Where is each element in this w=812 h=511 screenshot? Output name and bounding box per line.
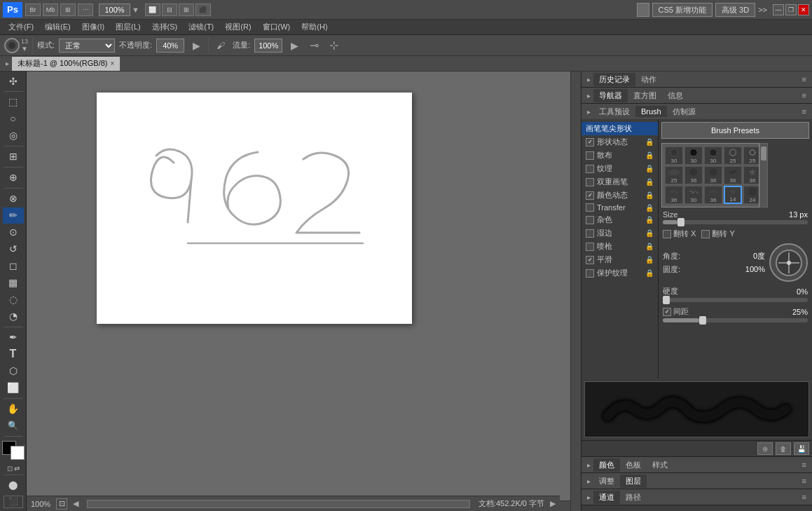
horizontal-scrollbar[interactable]: 100% ⊡ ◀ 文档:452.2K/0 字节 ▶ [27,500,570,511]
nav-collapse-icon[interactable]: ▸ [584,92,593,100]
zoom-tool-btn[interactable]: 🔍 [3,418,24,434]
wet-edges-item[interactable]: 湿边 🔒 [582,226,658,240]
protect-texture-item[interactable]: 保护纹理 🔒 [582,266,658,280]
blur-tool-btn[interactable]: ◌ [3,292,24,308]
workspace-cs5-btn[interactable]: CS5 新增功能 [652,3,713,17]
menu-help[interactable]: 帮助(H) [296,20,333,34]
history-brush-btn[interactable]: ↺ [3,241,24,257]
screen-btn[interactable]: ⬛ [195,4,211,16]
restore-btn[interactable]: ❐ [785,4,797,15]
text-tool-btn[interactable]: T [3,346,24,362]
brush-preset-8[interactable]: 36 [724,166,742,184]
lasso-tool-btn[interactable]: ○ [3,111,24,127]
scatter-cb[interactable] [586,151,594,160]
opacity-input[interactable] [156,39,184,53]
brush-preset-14[interactable]: 24 [743,186,759,204]
clone-tool-btn[interactable]: ⊙ [3,224,24,240]
flow-arrow[interactable]: ▶ [287,38,302,53]
shape-dynamics-item[interactable]: 形状动态 🔒 [582,135,658,149]
brush-preset-7[interactable]: 36 [704,166,722,184]
arrange-btn[interactable]: ⊞ [179,4,194,16]
layers-opts-btn[interactable]: ≡ [799,477,809,485]
brush-preset-6[interactable]: 36 [684,166,703,184]
flip-y-cb[interactable] [701,230,710,238]
tabbar-collapse[interactable]: ▸ [3,60,12,67]
airbrush-icon[interactable]: 🖌 [213,38,228,53]
view-mode-btn[interactable]: ⬜ [145,4,160,16]
brush-preset-2[interactable]: 30 [704,147,722,165]
dodge-tool-btn[interactable]: ◔ [3,308,24,325]
flip-x-cb[interactable] [663,230,671,238]
swatches-tab[interactable]: 色板 [620,458,647,472]
brush-new-btn[interactable]: ⊕ [757,442,773,455]
size-slider-track[interactable] [663,220,808,224]
zoom-input[interactable] [99,4,130,16]
brush-tab[interactable]: Brush [635,106,667,117]
flow-input[interactable] [254,39,282,53]
wet-edges-cb[interactable] [586,229,594,238]
spacing-slider-thumb[interactable] [699,316,706,325]
zoom-lock-btn[interactable]: ⊡ [56,498,67,510]
brush-preset-13[interactable]: 14 [724,186,742,204]
tablet-size-icon[interactable]: ⊹ [326,38,341,53]
tablet-pressure-icon[interactable]: ⊸ [306,38,322,53]
texture-cb[interactable] [586,165,594,173]
crop-tool-btn[interactable]: ⊞ [3,149,24,165]
histogram-tab[interactable]: 直方图 [628,89,662,102]
protect-texture-cb[interactable] [586,269,594,278]
texture-item[interactable]: 纹理 🔒 [582,162,658,175]
hardness-slider-track[interactable] [663,298,808,302]
paths-tab[interactable]: 路径 [620,491,647,504]
brush-preset-3[interactable]: 25 [724,147,742,165]
close-btn[interactable]: ✕ [798,4,809,15]
colors-opts-btn[interactable]: ≡ [799,461,809,469]
brush-presets-btn[interactable]: Brush Presets [661,122,809,139]
brush-preset-1[interactable]: 30 [684,147,703,165]
layers-tab[interactable]: 图层 [620,475,647,488]
menu-select[interactable]: 选择(S) [146,20,184,34]
menu-edit[interactable]: 编辑(E) [39,20,76,34]
history-opts-btn[interactable]: ≡ [799,75,809,83]
shape-dynamics-cb[interactable] [586,138,594,147]
brush-delete-btn[interactable]: 🗑 [776,442,791,455]
extras-icon[interactable]: ⋯ [78,4,93,16]
brush-size-arrow[interactable]: ▼ [21,45,28,53]
tab-close-btn[interactable]: × [111,60,115,67]
noise-cb[interactable] [586,216,594,224]
status-arrow-right[interactable]: ▶ [550,499,556,508]
brush-preset-9[interactable]: 36 [743,166,759,184]
selection-tool-btn[interactable]: ⬚ [3,94,24,110]
color-swap-btn[interactable]: ⇄ [14,465,20,472]
smoothing-item[interactable]: 平滑 🔒 [582,253,658,266]
opacity-arrow[interactable]: ▶ [188,38,204,53]
mode-dropdown[interactable]: 正常 [59,39,115,53]
menu-view[interactable]: 视图(R) [219,20,256,34]
brush-grid-scrollbar[interactable] [759,143,768,207]
eyedropper-tool-btn[interactable]: ⊕ [3,170,24,186]
brush-save-btn[interactable]: 💾 [794,442,809,455]
navigator-tab[interactable]: 导航器 [593,89,628,102]
color-reset-btn[interactable]: ⊡ [7,465,13,472]
eraser-tool-btn[interactable]: ◻ [3,258,24,274]
dual-brush-item[interactable]: 双重画笔 🔒 [582,175,658,189]
quick-select-btn[interactable]: ◎ [3,128,24,144]
healing-tool-btn[interactable]: ⊗ [3,191,24,207]
gradient-tool-btn[interactable]: ▦ [3,275,24,291]
channels-collapse-icon[interactable]: ▸ [584,493,593,501]
info-tab[interactable]: 信息 [662,89,689,102]
background-color[interactable] [11,446,25,460]
move-tool-btn[interactable]: ✣ [3,73,24,89]
transfer-cb[interactable] [586,203,594,212]
zoom-arrow[interactable]: ▼ [132,6,139,14]
scroll-track[interactable] [87,500,470,508]
brush-preset-10[interactable]: 36 [665,186,683,204]
nav-opts-btn[interactable]: ≡ [799,91,809,100]
layers-collapse-icon[interactable]: ▸ [584,477,593,485]
airbrush-item[interactable]: 喷枪 🔒 [582,240,658,253]
rotation-widget[interactable] [769,243,808,282]
quick-mask-btn[interactable]: ⬤ [3,477,24,493]
color-dynamics-item[interactable]: 颜色动态 🔒 [582,189,658,202]
document-tab[interactable]: 未标题-1 @ 100%(RGB/8) × [12,57,121,71]
dual-brush-cb[interactable] [586,178,594,186]
brush-tool-btn[interactable]: ✏ [3,207,24,224]
